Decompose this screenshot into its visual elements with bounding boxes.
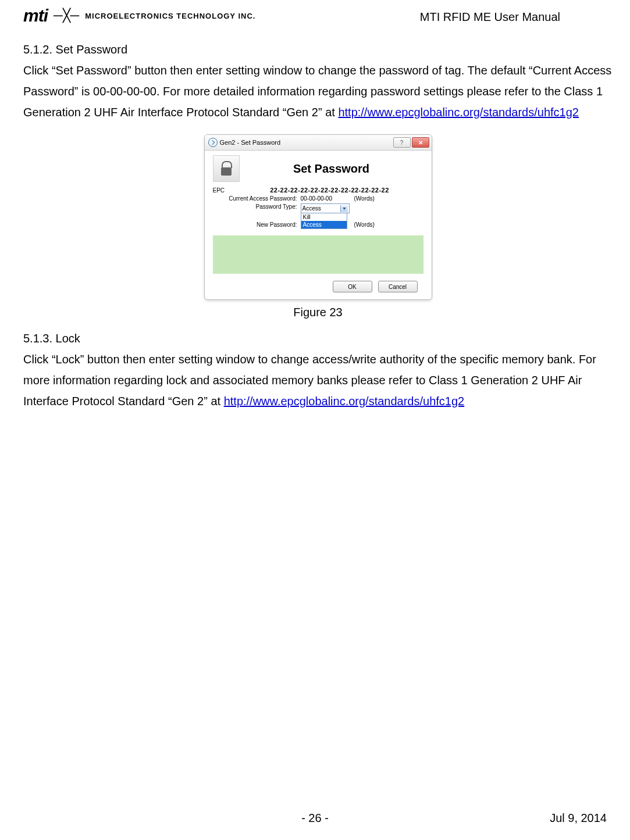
dropdown-item-kill[interactable]: Kill — [301, 213, 347, 221]
status-panel — [213, 235, 423, 274]
epc-value: 22-22-22-22-22-22-22-22-22-22-22-22 — [236, 187, 423, 194]
section-5-1-2-heading: 5.1.2. Set Password — [23, 43, 613, 56]
page-header: mti ─╳─ MICROELECTRONICS TECHNOLOGY INC.… — [23, 6, 613, 26]
cancel-button[interactable]: Cancel — [378, 281, 418, 292]
dropdown-item-access[interactable]: Access — [301, 221, 347, 228]
section-title: Lock — [56, 332, 80, 345]
lock-icon — [213, 155, 240, 182]
close-icon: ✕ — [418, 140, 423, 146]
section-title: Set Password — [56, 43, 127, 56]
password-type-combo-wrap: Access Kill Access — [301, 203, 350, 229]
epcglobal-link[interactable]: http://www.epcglobalinc.org/standards/uh… — [338, 106, 579, 119]
section-number: 5.1.3. — [23, 332, 56, 345]
current-access-password-row: Current Access Password: 00-00-00-00 (Wo… — [213, 195, 423, 202]
dialog-form: EPC 22-22-22-22-22-22-22-22-22-22-22-22 … — [205, 184, 432, 233]
page: mti ─╳─ MICROELECTRONICS TECHNOLOGY INC.… — [0, 0, 630, 840]
page-number: - 26 - — [0, 812, 630, 825]
section-number: 5.1.2. — [23, 43, 56, 56]
ptype-label: Password Type: — [213, 203, 301, 210]
window-title-text: Gen2 - Set Password — [220, 139, 281, 146]
epc-label: EPC — [213, 187, 236, 194]
heartbeat-line-icon: ─╳─ — [54, 8, 79, 23]
dialog-header: Set Password — [205, 151, 432, 184]
refresh-icon — [208, 138, 218, 147]
help-icon: ? — [400, 140, 404, 146]
password-type-dropdown: Kill Access — [301, 213, 347, 229]
page-footer: - 26 - Jul 9, 2014 — [0, 812, 630, 825]
help-button[interactable]: ? — [393, 137, 411, 148]
section-5-1-3-heading: 5.1.3. Lock — [23, 332, 613, 345]
chevron-down-icon — [340, 205, 348, 212]
ok-button[interactable]: OK — [333, 281, 372, 292]
document-title: MTI RFID ME User Manual — [420, 10, 560, 24]
combo-value: Access — [302, 205, 321, 212]
figure-23-caption: Figure 23 — [23, 306, 613, 319]
cap-label: Current Access Password: — [213, 195, 301, 202]
company-logo: mti ─╳─ MICROELECTRONICS TECHNOLOGY INC. — [23, 6, 255, 26]
titlebar-controls: ? ✕ — [393, 137, 429, 148]
dialog-title: Set Password — [240, 162, 423, 176]
password-type-combo[interactable]: Access — [301, 203, 350, 213]
logo-subtext: MICROELECTRONICS TECHNOLOGY INC. — [85, 12, 255, 20]
cap-unit: (Words) — [354, 195, 375, 202]
close-button[interactable]: ✕ — [412, 137, 429, 148]
cap-value: 00-00-00-00 — [301, 195, 346, 202]
set-password-dialog: Gen2 - Set Password ? ✕ Set Password EPC… — [204, 134, 432, 300]
section-5-1-2-body: Click “Set Password” button then enter s… — [23, 60, 613, 123]
npw-unit: (Words) — [354, 221, 375, 228]
dialog-buttons: OK Cancel — [205, 278, 432, 299]
logo-mark: mti — [23, 6, 48, 26]
dialog-figure: Gen2 - Set Password ? ✕ Set Password EPC… — [23, 134, 613, 300]
dialog-titlebar: Gen2 - Set Password ? ✕ — [205, 135, 432, 151]
epcglobal-link[interactable]: http://www.epcglobalinc.org/standards/uh… — [224, 395, 465, 408]
titlebar-left: Gen2 - Set Password — [208, 138, 281, 147]
npw-label: New Password: — [213, 221, 301, 228]
section-5-1-3-body: Click “Lock” button then enter setting w… — [23, 349, 613, 412]
epc-row: EPC 22-22-22-22-22-22-22-22-22-22-22-22 — [213, 187, 423, 194]
